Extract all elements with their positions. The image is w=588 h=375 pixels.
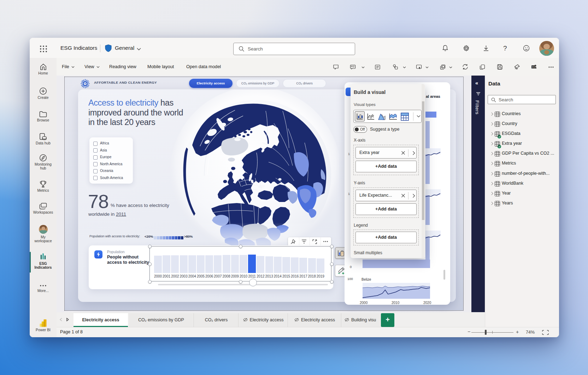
svg-text:T: T: [532, 66, 534, 69]
